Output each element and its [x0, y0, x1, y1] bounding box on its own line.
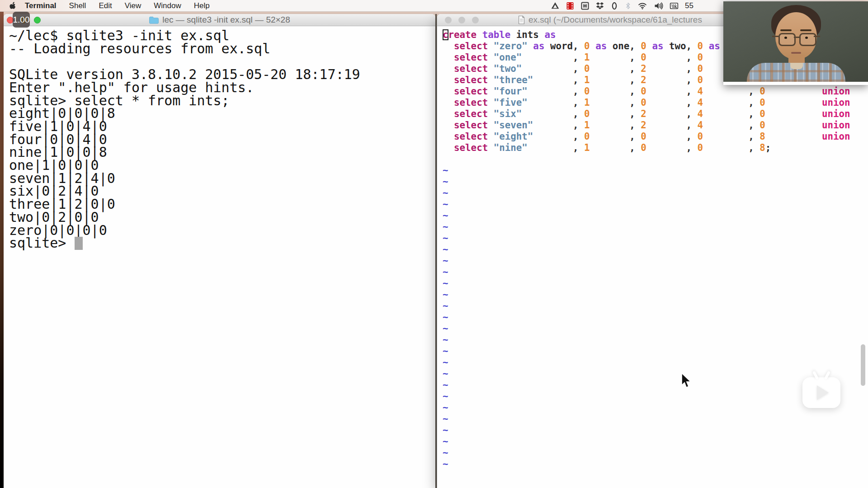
- webcam-video-overlay: [723, 1, 868, 85]
- wifi-icon[interactable]: [637, 1, 647, 10]
- apple-menu-icon[interactable]: [9, 1, 17, 10]
- speaker-mouth: [791, 52, 801, 54]
- vim-empty-line-tilde: ~: [443, 278, 850, 289]
- volume-icon[interactable]: [653, 1, 663, 10]
- vim-empty-line-tilde: ~: [443, 459, 850, 470]
- glasses-lens: [799, 33, 816, 46]
- vim-empty-line-tilde: ~: [443, 447, 850, 459]
- speaker-eyebrow: [780, 29, 792, 31]
- vim-empty-line-tilde: ~: [443, 413, 850, 425]
- glasses-temple: [814, 36, 820, 37]
- editor-code-line: [443, 154, 850, 165]
- vim-empty-line-tilde: ~: [443, 436, 850, 447]
- vim-empty-line-tilde: ~: [443, 346, 850, 357]
- terminal-cursor: [75, 237, 83, 250]
- terminal-line: -- Loading resources from ex.sql: [9, 42, 360, 56]
- terminal-prompt: sqlite>: [9, 235, 75, 251]
- bluetooth-icon[interactable]: [624, 1, 632, 10]
- speaker-collar: [790, 63, 803, 69]
- desktop-wallpaper-strip: [0, 11, 4, 488]
- editor-code-line: select "six" , 0 , 2 , 4 , 0 union: [443, 108, 850, 120]
- menu-item-shell[interactable]: Shell: [63, 0, 93, 11]
- vim-empty-line-tilde: ~: [443, 391, 850, 402]
- vim-empty-line-tilde: ~: [443, 323, 850, 334]
- glasses-temple: [772, 36, 778, 37]
- preferences-icon[interactable]: [580, 1, 590, 10]
- vim-empty-line-tilde: ~: [443, 368, 850, 380]
- editor-code-line: select "seven" , 1 , 2 , 4 , 0 union: [443, 120, 850, 131]
- vim-empty-line-tilde: ~: [443, 357, 850, 368]
- vim-empty-line-tilde: ~: [443, 267, 850, 278]
- menu-item-edit[interactable]: Edit: [92, 0, 118, 11]
- editor-code-line: select "four" , 0 , 0 , 4 , 0 union: [443, 86, 850, 97]
- menu-status-count: 55: [685, 1, 693, 10]
- vim-empty-line-tilde: ~: [443, 199, 850, 210]
- playback-speed-badge: 1.00: [13, 12, 30, 28]
- menu-status-area: 55: [551, 0, 693, 11]
- vim-empty-line-tilde: ~: [443, 176, 850, 188]
- play-icon: [817, 385, 829, 400]
- editor-code-line: select "eight" , 0 , 0 , 0 , 8 union: [443, 131, 850, 142]
- vim-empty-line-tilde: ~: [443, 221, 850, 233]
- editor-code-line: select "five" , 1 , 0 , 4 , 0 union: [443, 97, 850, 108]
- menu-item-window[interactable]: Window: [147, 0, 187, 11]
- mouse-cursor: [681, 373, 693, 389]
- tv-play-watermark-icon: [802, 377, 840, 408]
- menu-items: TerminalShellEditViewWindowHelp: [19, 0, 216, 11]
- vim-empty-line-tilde: ~: [443, 300, 850, 312]
- vim-empty-line-tilde: ~: [443, 380, 850, 391]
- editor-title: ex.sql (~/Documents/workspace/61a_lectur…: [518, 14, 702, 26]
- vim-empty-line-tilde: ~: [443, 289, 850, 300]
- vim-empty-line-tilde: ~: [443, 188, 850, 199]
- speaker-eyebrow: [800, 29, 811, 31]
- desktop: TerminalShellEditViewWindowHelp: [0, 0, 868, 488]
- screen-recording-icon[interactable]: [566, 1, 575, 10]
- minimize-button[interactable]: [458, 17, 465, 23]
- terminal-content[interactable]: ~/lec$ sqlite3 -init ex.sql-- Loading re…: [8, 26, 360, 250]
- terminal-titlebar[interactable]: lec — sqlite3 -init ex.sql — 52×28: [4, 14, 435, 26]
- folder-icon: [149, 16, 159, 24]
- vim-empty-line-tilde: ~: [443, 233, 850, 244]
- terminal-window[interactable]: lec — sqlite3 -init ex.sql — 52×28 ~/lec…: [4, 14, 435, 488]
- glasses-bridge: [794, 37, 799, 38]
- menu-item-terminal[interactable]: Terminal: [19, 0, 63, 11]
- paperclip-icon[interactable]: [610, 1, 618, 10]
- editor-code-line: select "nine" , 1 , 0 , 0 , 8;: [443, 142, 850, 154]
- vim-empty-line-tilde: ~: [443, 255, 850, 267]
- close-button[interactable]: [445, 17, 452, 23]
- google-drive-icon[interactable]: [551, 1, 560, 10]
- speaker-eye: [805, 37, 808, 39]
- vim-empty-line-tilde: ~: [443, 165, 850, 176]
- editor-content[interactable]: create table ints as select "zero" as wo…: [441, 26, 850, 470]
- keyboard-viewer-icon[interactable]: [669, 1, 679, 10]
- glasses-lens: [778, 33, 796, 46]
- editor-window[interactable]: ex.sql (~/Documents/workspace/61a_lectur…: [437, 14, 868, 488]
- zoom-button[interactable]: [472, 17, 479, 23]
- vim-empty-line-tilde: ~: [443, 334, 850, 346]
- vim-empty-line-tilde: ~: [443, 312, 850, 323]
- terminal-prompt-line: sqlite>: [9, 237, 360, 250]
- speaker-eye: [784, 37, 787, 39]
- document-icon: [518, 15, 525, 24]
- vim-empty-line-tilde: ~: [443, 244, 850, 255]
- scrollbar-thumb[interactable]: [861, 344, 865, 386]
- vim-empty-line-tilde: ~: [443, 425, 850, 436]
- vim-empty-line-tilde: ~: [443, 402, 850, 413]
- menu-item-view[interactable]: View: [118, 0, 148, 11]
- dropbox-icon[interactable]: [595, 1, 604, 10]
- vim-empty-line-tilde: ~: [443, 210, 850, 221]
- menu-item-help[interactable]: Help: [188, 0, 216, 11]
- terminal-title: lec — sqlite3 -init ex.sql — 52×28: [4, 14, 435, 26]
